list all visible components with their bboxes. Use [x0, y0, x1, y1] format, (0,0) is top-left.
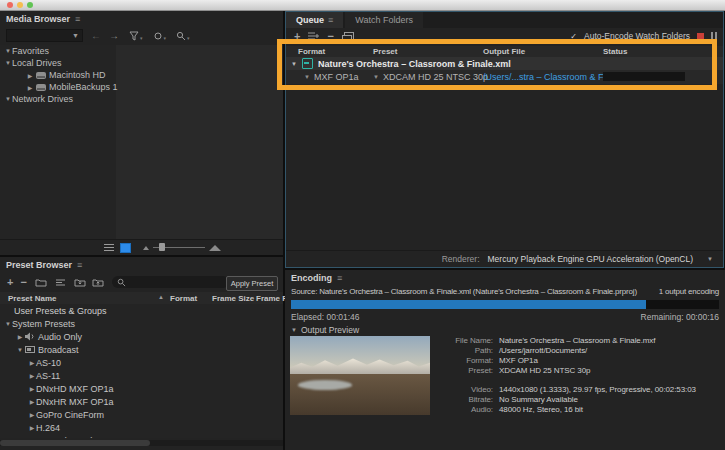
panel-menu-icon[interactable]: ≡	[337, 273, 342, 283]
disclosure-icon[interactable]: ▶	[26, 72, 34, 79]
queue-source-row[interactable]: ▼ Nature's Orchestra – Classroom & Final…	[286, 57, 723, 70]
thumbnail-view-button[interactable]	[120, 243, 131, 253]
disclosure-icon[interactable]: ▶	[16, 333, 24, 340]
panel-menu-icon[interactable]: ≡	[328, 15, 333, 25]
format-value[interactable]: MXF OP1a	[314, 72, 359, 82]
preset-row-gopro[interactable]: ▶ GoPro CineForm	[0, 408, 283, 421]
disclosure-icon[interactable]: ▶	[28, 437, 36, 438]
queue-output-row[interactable]: ▼ MXF OP1a ▼ XDCAM HD 25 NTSC 30p /Users…	[286, 70, 723, 84]
chevron-down-icon[interactable]: ▼	[304, 74, 310, 80]
disclosure-icon[interactable]: ▼	[291, 61, 297, 67]
add-output-icon[interactable]	[308, 32, 319, 41]
disclosure-icon[interactable]: ▶	[28, 424, 36, 431]
preset-value[interactable]: XDCAM HD 25 NTSC 30p	[383, 72, 488, 82]
detail-label: File Name:	[435, 336, 493, 346]
preset-row-audio-only[interactable]: ▶ Audio Only	[0, 330, 283, 343]
auto-encode-label: Auto-Encode Watch Folders	[584, 31, 690, 41]
detail-value: MXF OP1a	[499, 356, 538, 366]
add-source-button[interactable]: +	[294, 31, 300, 42]
window-titlebar	[0, 0, 725, 11]
disclosure-icon[interactable]: ▶	[26, 84, 34, 91]
auto-encode-checkbox[interactable]: ✓	[570, 32, 577, 41]
renderer-select[interactable]: Mercury Playback Engine GPU Acceleration…	[488, 254, 694, 264]
tree-item-macintosh-hd[interactable]: ▶ Macintosh HD	[0, 69, 283, 81]
apply-preset-button[interactable]: Apply Preset	[226, 276, 278, 291]
disclosure-icon[interactable]: ▶	[28, 372, 36, 379]
tab-queue[interactable]: Queue ≡	[286, 12, 343, 28]
minimize-window-button[interactable]	[17, 2, 23, 8]
encoding-source-text: Source: Nature's Orchestra – Classroom &…	[291, 287, 637, 296]
disclosure-icon[interactable]: ▼	[16, 347, 24, 353]
pause-queue-button[interactable]	[711, 32, 717, 40]
remove-button[interactable]: −	[327, 31, 333, 42]
media-browser-panel: Media Browser ≡ ▼ ← → ▾ ▾ ▾ ▼ Favorites …	[0, 11, 283, 255]
column-preset[interactable]: Preset	[373, 47, 397, 56]
new-group-icon[interactable]	[35, 278, 47, 287]
preset-row-system-presets[interactable]: ▼ System Presets	[0, 317, 283, 330]
preset-search-input[interactable]	[112, 276, 229, 288]
output-preview-toggle[interactable]: ▼ Output Preview	[291, 325, 359, 335]
preset-browser-toolbar: + − Apply Preset	[0, 273, 283, 291]
preset-row-broadcast[interactable]: ▼ Broadcast	[0, 343, 283, 356]
tree-item-network-drives[interactable]: ▼ Network Drives	[0, 93, 283, 105]
disclosure-icon[interactable]: ▶	[28, 359, 36, 366]
add-preset-button[interactable]: +	[7, 277, 13, 288]
detail-label: Format:	[435, 356, 493, 366]
preset-row-user-presets[interactable]: User Presets & Groups	[0, 304, 283, 317]
disclosure-icon[interactable]: ▼	[291, 327, 297, 333]
zoom-window-button[interactable]	[27, 2, 33, 8]
column-status[interactable]: Status	[603, 47, 627, 56]
close-window-button[interactable]	[7, 2, 13, 8]
preset-row-dnxhd[interactable]: ▶ DNxHD MXF OP1a	[0, 382, 283, 395]
disclosure-icon[interactable]: ▶	[28, 411, 36, 418]
chevron-down-icon[interactable]: ▼	[373, 74, 379, 80]
panel-menu-icon[interactable]: ≡	[75, 14, 80, 24]
column-format[interactable]: Format	[170, 294, 197, 303]
disclosure-icon[interactable]: ▼	[4, 321, 12, 327]
column-frame-size[interactable]: Frame Size	[212, 294, 254, 303]
search-icon	[176, 31, 186, 41]
export-preset-icon[interactable]	[92, 278, 104, 287]
disclosure-icon[interactable]: ▶	[28, 385, 36, 392]
tree-item-mobilebackups[interactable]: ▶ MobileBackups 1	[0, 81, 283, 93]
back-button[interactable]: ←	[91, 31, 101, 41]
view-options-button[interactable]: ▾	[153, 31, 167, 41]
column-preset-name[interactable]: Preset Name	[8, 294, 56, 303]
disclosure-icon[interactable]: ▼	[4, 60, 12, 66]
preset-row-dnxhr[interactable]: ▶ DNxHR MXF OP1a	[0, 395, 283, 408]
preset-row-as10[interactable]: ▶ AS-10	[0, 356, 283, 369]
panel-menu-icon[interactable]: ≡	[77, 260, 82, 270]
disclosure-icon[interactable]: ▶	[28, 398, 36, 405]
horizontal-scrollbar[interactable]	[0, 440, 283, 446]
disclosure-icon[interactable]: ▼	[4, 96, 12, 102]
column-format[interactable]: Format	[298, 47, 325, 56]
scrollbar-thumb[interactable]	[0, 440, 150, 446]
duplicate-button[interactable]	[344, 32, 354, 41]
filter-button[interactable]: ▾	[129, 31, 143, 41]
import-preset-icon[interactable]	[74, 278, 86, 287]
detail-value: 1440x1080 (1.3333), 29.97 fps, Progressi…	[499, 385, 696, 395]
forward-button[interactable]: →	[109, 31, 119, 41]
stop-queue-button[interactable]	[697, 33, 704, 40]
slider-handle[interactable]	[159, 243, 165, 251]
zoom-out-icon	[143, 246, 149, 250]
list-view-button[interactable]	[104, 244, 114, 251]
source-dropdown[interactable]: ▼	[6, 29, 83, 42]
preset-row-h264[interactable]: ▶ H.264	[0, 421, 283, 434]
tab-watch-folders[interactable]: Watch Folders	[345, 12, 423, 28]
disclosure-icon[interactable]: ▼	[4, 48, 12, 54]
preset-row-as11[interactable]: ▶ AS-11	[0, 369, 283, 382]
remove-preset-button[interactable]: −	[20, 277, 26, 288]
preset-row-hevc[interactable]: ▶ HEVC (H.265)	[0, 434, 283, 438]
output-count: 1 output encoding	[659, 287, 719, 296]
xml-project-icon	[302, 58, 313, 69]
search-button[interactable]: ▾	[176, 31, 190, 41]
encoding-panel: Encoding ≡ Source: Nature's Orchestra – …	[285, 270, 725, 450]
encoding-progress-bar	[291, 300, 719, 309]
column-output-file[interactable]: Output File	[483, 47, 525, 56]
tree-item-local-drives[interactable]: ▼ Local Drives	[0, 57, 283, 69]
preset-label: Broadcast	[38, 345, 79, 355]
preset-settings-icon[interactable]	[55, 278, 66, 287]
tree-item-favorites[interactable]: ▼ Favorites	[0, 45, 283, 57]
thumbnail-size-slider[interactable]	[143, 245, 221, 251]
